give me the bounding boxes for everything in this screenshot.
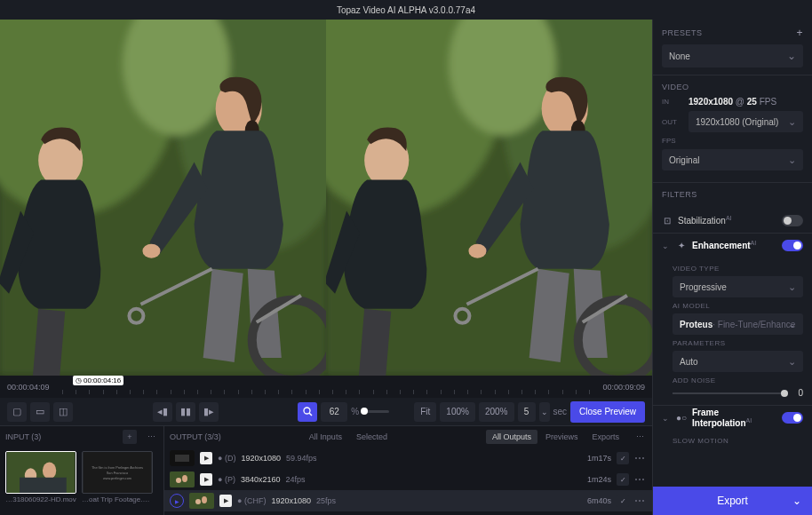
svg-point-18 <box>468 244 486 258</box>
fit-button[interactable]: Fit <box>414 402 436 422</box>
step-back-button[interactable]: ◂▮ <box>153 402 172 422</box>
fps-dropdown[interactable]: Original <box>662 149 803 170</box>
svg-rect-33 <box>175 455 189 462</box>
svg-text:www.prelinger.com: www.prelinger.com <box>103 477 131 480</box>
ai-model-label: AI MODEL <box>673 302 803 310</box>
svg-point-38 <box>202 496 207 503</box>
row-more-icon[interactable]: ⋯ <box>634 473 647 486</box>
svg-text:San Francisco: San Francisco <box>107 471 128 475</box>
add-preset-button[interactable]: + <box>796 27 803 39</box>
pause-button[interactable]: ▮▮ <box>176 402 195 422</box>
svg-point-22 <box>304 408 310 414</box>
output-row[interactable]: ▶ ● (P) 3840x2160 24fps 1m24s ✓ ⋯ <box>164 469 652 490</box>
frames-icon: ●○ <box>676 413 687 424</box>
svg-rect-34 <box>170 471 195 487</box>
tab-exports[interactable]: Exports <box>585 430 625 444</box>
video-type-dropdown[interactable]: Progressive <box>673 276 803 297</box>
transport-controls: ▢ ▭ ◫ ◂▮ ▮▮ ▮▸ % Fit 100% 200% ⌄ sec Clo… <box>0 398 652 426</box>
svg-line-23 <box>309 413 312 416</box>
app-title: Topaz Video AI ALPHA v3.0.0.77a4 <box>337 5 475 15</box>
seconds-stepper[interactable]: ⌄ <box>539 402 550 422</box>
percent-label: % <box>351 407 359 416</box>
ai-model-dropdown[interactable]: Proteus · Fine-Tune/Enhance <box>673 313 803 335</box>
zoom-input[interactable] <box>321 402 347 422</box>
clock-icon: ◷ <box>76 376 82 384</box>
play-icon[interactable]: ▶ <box>200 473 212 486</box>
mark-in-button[interactable]: ▢ <box>7 402 27 422</box>
svg-point-35 <box>182 475 187 482</box>
video-header: VIDEO <box>662 83 689 91</box>
fps-label: FPS <box>662 137 683 145</box>
tab-all-inputs[interactable]: All Inputs <box>303 430 348 444</box>
parameters-label: PARAMETERS <box>673 339 803 347</box>
zoom-200-button[interactable]: 200% <box>479 402 514 422</box>
tab-selected[interactable]: Selected <box>350 430 394 444</box>
frame-interpolation-toggle[interactable] <box>782 412 803 424</box>
parameters-dropdown[interactable]: Auto <box>673 351 803 372</box>
seconds-input[interactable] <box>518 402 536 422</box>
play-icon[interactable]: ▶ <box>219 495 232 507</box>
input-thumb[interactable]: The film is from Prelinger ArchivesSan F… <box>82 451 153 503</box>
tab-previews[interactable]: Previews <box>539 430 585 444</box>
in-resolution: 1920x1080 @ 25 FPS <box>689 97 803 107</box>
output-header: OUTPUT (3/3) <box>170 432 221 441</box>
check-icon[interactable]: ✓ <box>617 473 629 486</box>
frame-interpolation-filter[interactable]: ⌄ ●○ Frame InterpolationAI <box>653 405 812 430</box>
svg-rect-37 <box>189 493 214 509</box>
stabilization-toggle[interactable] <box>782 215 803 226</box>
play-icon[interactable]: ▶ <box>200 452 212 464</box>
add-noise-value: 0 <box>791 388 803 398</box>
check-icon[interactable]: ✓ <box>617 495 629 507</box>
zoom-tool-button[interactable] <box>298 402 317 422</box>
svg-text:The film is from Prelinger Arc: The film is from Prelinger Archives <box>92 466 143 470</box>
row-more-icon[interactable]: ⋯ <box>634 452 647 464</box>
sparkle-icon: ✦ <box>676 241 687 251</box>
export-button[interactable]: Export <box>653 487 812 515</box>
svg-point-7 <box>142 244 160 258</box>
zoom-slider[interactable] <box>362 410 389 413</box>
enhancement-filter[interactable]: ⌄ ✦ EnhancementAI <box>653 233 812 258</box>
input-filter-tabs: All Inputs Selected <box>303 430 394 444</box>
preview-area <box>0 20 652 376</box>
video-type-label: VIDEO TYPE <box>673 265 803 273</box>
chevron-down-icon: ⌄ <box>662 414 671 423</box>
mark-range-button[interactable]: ▭ <box>30 402 50 422</box>
out-resolution-dropdown[interactable]: 1920x1080 (Original) <box>689 111 803 132</box>
svg-point-36 <box>176 478 181 483</box>
step-forward-button[interactable]: ▮▸ <box>199 402 219 422</box>
enhancement-toggle[interactable] <box>782 240 803 251</box>
stabilization-icon: ⊡ <box>662 215 673 226</box>
output-more-icon[interactable]: ⋯ <box>633 430 647 444</box>
preview-after[interactable] <box>326 20 652 376</box>
right-sidebar: PRESETS+ None VIDEO IN 1920x1080 @ 25 FP… <box>652 20 812 515</box>
seconds-label: sec <box>553 407 568 416</box>
row-more-icon[interactable]: ⋯ <box>634 495 647 507</box>
input-panel: INPUT (3) + ⋯ …318060922-HD.mov The film… <box>0 426 164 515</box>
input-more-icon[interactable]: ⋯ <box>144 430 158 444</box>
out-label: OUT <box>662 118 683 126</box>
check-icon[interactable]: ✓ <box>617 452 629 464</box>
output-row[interactable]: ▶ ▶ ● (CHF) 1920x1080 25fps 6m40s ✓ ⋯ <box>164 490 652 511</box>
presets-header: PRESETS <box>662 28 703 37</box>
input-header: INPUT (3) <box>5 432 41 441</box>
mark-out-button[interactable]: ◫ <box>53 402 73 422</box>
title-bar: Topaz Video AI ALPHA v3.0.0.77a4 <box>0 0 812 20</box>
add-input-button[interactable]: + <box>123 430 137 444</box>
playing-icon[interactable]: ▶ <box>170 494 184 508</box>
preset-dropdown[interactable]: None <box>662 44 803 67</box>
input-thumb[interactable]: …318060922-HD.mov <box>5 451 76 503</box>
svg-point-25 <box>43 463 56 479</box>
zoom-100-button[interactable]: 100% <box>440 402 475 422</box>
output-panel: OUTPUT (3/3) All Inputs Selected All Out… <box>164 426 652 515</box>
chevron-down-icon: ⌄ <box>662 242 671 250</box>
output-row[interactable]: ▶ ● (D) 1920x1080 59.94fps 1m17s ✓ ⋯ <box>164 448 652 469</box>
playhead[interactable]: ◷00:00:04:16 <box>73 376 123 385</box>
svg-rect-27 <box>20 478 67 493</box>
tab-all-outputs[interactable]: All Outputs <box>486 430 537 444</box>
add-noise-slider[interactable] <box>673 392 785 394</box>
stabilization-filter[interactable]: ⊡ StabilizationAI <box>653 208 812 233</box>
preview-before[interactable] <box>0 20 326 376</box>
timeline[interactable]: 00:00:04:09 ◷00:00:04:16 00:00:09:09 <box>0 376 652 398</box>
close-preview-button[interactable]: Close Preview <box>570 401 645 423</box>
slow-motion-label: SLOW MOTION <box>673 437 803 445</box>
